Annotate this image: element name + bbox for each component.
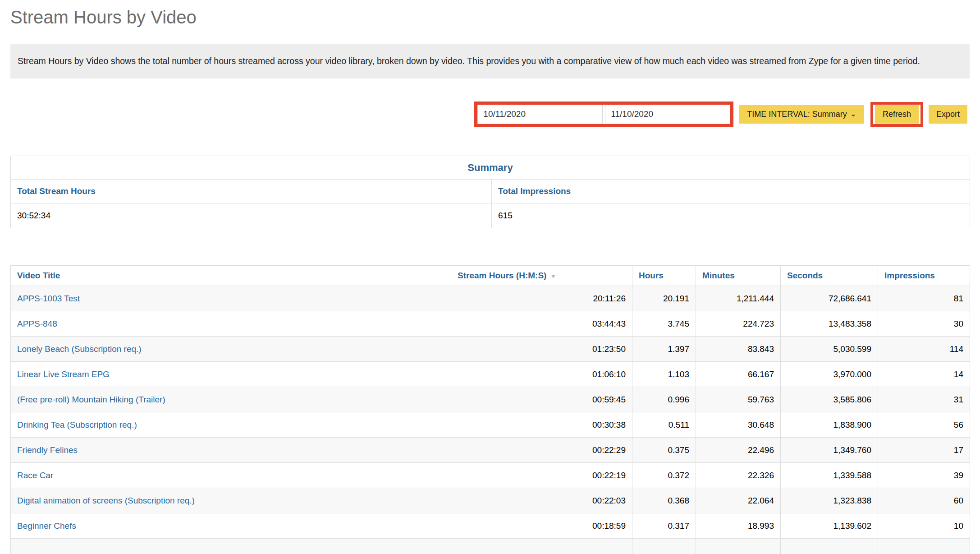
video-title-link[interactable]: Drinking Tea (Subscription req.) [17, 420, 137, 429]
seconds-cell: 1,838.900 [781, 412, 878, 438]
impressions-cell: 56 [878, 412, 970, 438]
table-row: APPS-1003 Test 20:11:26 20.191 1,211.444… [11, 286, 970, 311]
video-title-link[interactable]: Linear Live Stream EPG [17, 369, 110, 379]
start-date-input[interactable] [477, 105, 603, 124]
minutes-cell: 66.167 [696, 362, 781, 387]
video-title-link[interactable]: Race Car [17, 471, 53, 480]
hours-cell: 0.368 [632, 488, 696, 513]
impressions-cell: 14 [878, 362, 970, 387]
video-title-cell: Linear Live Stream EPG [11, 362, 451, 387]
refresh-button[interactable]: Refresh [875, 105, 919, 124]
video-title-cell: Digital animation of screens (Subscripti… [11, 488, 451, 513]
seconds-cell: 1,139.602 [781, 513, 878, 539]
stream-hours-cell: 01:23:50 [451, 337, 632, 362]
hours-cell: 0.372 [632, 463, 696, 488]
video-title-link[interactable]: Digital animation of screens (Subscripti… [17, 496, 195, 505]
video-title-link[interactable]: APPS-848 [17, 319, 57, 328]
stream-hours-cell: 00:22:19 [451, 463, 632, 488]
video-title-cell: APPS-848 [11, 311, 451, 337]
video-title-link[interactable]: (Free pre-roll) Mountain Hiking (Trailer… [17, 395, 165, 404]
page-description: Stream Hours by Video shows the total nu… [10, 44, 970, 78]
summary-table: Summary Total Stream Hours Total Impress… [10, 156, 970, 228]
video-title-cell: (Free pre-roll) Mountain Hiking (Trailer… [11, 387, 451, 412]
minutes-cell: 224.723 [696, 311, 781, 337]
seconds-cell: 5,030.599 [781, 337, 878, 362]
impressions-cell: 31 [878, 387, 970, 412]
summary-total-stream-hours-value: 30:52:34 [11, 203, 492, 228]
date-range-annotation-box [474, 102, 733, 127]
column-header-seconds[interactable]: Seconds [781, 266, 878, 286]
hours-cell: 1.397 [632, 337, 696, 362]
video-table: Video Title Stream Hours (H:M:S)▼ Hours … [10, 265, 970, 554]
impressions-cell: 114 [878, 337, 970, 362]
video-title-cell: Beginner Chefs [11, 513, 451, 539]
table-row: Race Car 00:22:19 0.372 22.326 1,339.588… [11, 463, 970, 488]
column-header-hours[interactable]: Hours [632, 266, 696, 286]
hours-cell: 3.745 [632, 311, 696, 337]
impressions-cell: 39 [878, 463, 970, 488]
minutes-cell: 18.993 [696, 513, 781, 539]
minutes-cell: 83.843 [696, 337, 781, 362]
minutes-cell: 59.763 [696, 387, 781, 412]
stream-hours-cell: 00:18:59 [451, 513, 632, 539]
impressions-cell: 17 [878, 438, 970, 463]
column-header-stream-hours-label: Stream Hours (H:M:S) [458, 271, 546, 280]
hours-cell: 20.191 [632, 286, 696, 311]
sort-descending-icon: ▼ [550, 272, 556, 280]
video-title-cell: Friendly Felines [11, 438, 451, 463]
summary-header-total-stream-hours: Total Stream Hours [11, 180, 492, 203]
seconds-cell: 72,686.641 [781, 286, 878, 311]
minutes-cell: 22.064 [696, 488, 781, 513]
video-title-link[interactable]: Friendly Felines [17, 445, 78, 455]
time-interval-button[interactable]: TIME INTERVAL: Summary⌄ [739, 105, 864, 124]
table-row: APPS-848 03:44:43 3.745 224.723 13,483.3… [11, 311, 970, 337]
seconds-cell: 1,339.588 [781, 463, 878, 488]
table-row: Linear Live Stream EPG 01:06:10 1.103 66… [11, 362, 970, 387]
stream-hours-cell: 00:22:29 [451, 438, 632, 463]
summary-total-impressions-value: 615 [492, 203, 970, 228]
minutes-cell: 22.496 [696, 438, 781, 463]
toolbar: TIME INTERVAL: Summary⌄ Refresh Export [10, 101, 967, 127]
hours-cell: 1.103 [632, 362, 696, 387]
video-title-cell: Drinking Tea (Subscription req.) [11, 412, 451, 438]
video-title-link[interactable]: Beginner Chefs [17, 521, 76, 531]
table-row: Digital animation of screens (Subscripti… [11, 488, 970, 513]
table-row: (Free pre-roll) Mountain Hiking (Trailer… [11, 387, 970, 412]
video-table-header-row: Video Title Stream Hours (H:M:S)▼ Hours … [11, 266, 970, 286]
impressions-cell: 30 [878, 311, 970, 337]
stream-hours-cell: 20:11:26 [451, 286, 632, 311]
chevron-down-icon: ⌄ [850, 109, 856, 119]
stream-hours-cell: 01:06:10 [451, 362, 632, 387]
hours-cell: 0.996 [632, 387, 696, 412]
minutes-cell: 22.326 [696, 463, 781, 488]
video-title-link[interactable]: Lonely Beach (Subscription req.) [17, 344, 142, 354]
minutes-cell: 1,211.444 [696, 286, 781, 311]
time-interval-label: TIME INTERVAL: Summary [747, 110, 847, 119]
seconds-cell: 1,349.760 [781, 438, 878, 463]
end-date-input[interactable] [605, 105, 730, 124]
stream-hours-cell: 00:22:03 [451, 488, 632, 513]
seconds-cell: 1,323.838 [781, 488, 878, 513]
video-title-link[interactable]: APPS-1003 Test [17, 294, 80, 303]
column-header-minutes[interactable]: Minutes [696, 266, 781, 286]
minutes-cell: 30.648 [696, 412, 781, 438]
video-title-cell: Race Car [11, 463, 451, 488]
impressions-cell: 81 [878, 286, 970, 311]
table-row: Drinking Tea (Subscription req.) 00:30:3… [11, 412, 970, 438]
export-button[interactable]: Export [929, 105, 967, 124]
column-header-stream-hours[interactable]: Stream Hours (H:M:S)▼ [451, 266, 632, 286]
video-table-body: APPS-1003 Test 20:11:26 20.191 1,211.444… [11, 286, 970, 539]
impressions-cell: 10 [878, 513, 970, 539]
hours-cell: 0.511 [632, 412, 696, 438]
impressions-cell: 60 [878, 488, 970, 513]
column-header-impressions[interactable]: Impressions [878, 266, 970, 286]
table-row: Lonely Beach (Subscription req.) 01:23:5… [11, 337, 970, 362]
summary-header-total-impressions: Total Impressions [492, 180, 970, 203]
column-header-video-title[interactable]: Video Title [11, 266, 451, 286]
video-title-cell: APPS-1003 Test [11, 286, 451, 311]
stream-hours-cell: 00:30:38 [451, 412, 632, 438]
summary-title: Summary [11, 156, 970, 180]
stream-hours-cell: 03:44:43 [451, 311, 632, 337]
hours-cell: 0.375 [632, 438, 696, 463]
video-title-cell: Lonely Beach (Subscription req.) [11, 337, 451, 362]
